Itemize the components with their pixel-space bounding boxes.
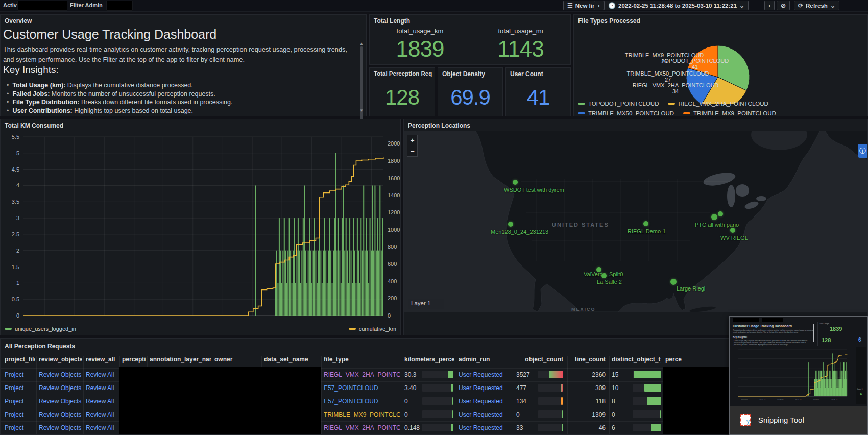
cell-review_all[interactable]: Review All: [86, 411, 118, 418]
object-gauge-fill: [561, 384, 563, 392]
svg-text:TOPODOT_POINTCLOUD: TOPODOT_POINTCLOUD: [661, 58, 729, 64]
map-zoom-out-button[interactable]: −: [407, 146, 418, 157]
column-header-owner[interactable]: owner: [214, 356, 260, 363]
timeseries-legend-item[interactable]: cumulative_km: [349, 326, 396, 332]
svg-text:2023-05: 2023-05: [777, 399, 784, 401]
svg-text:RIEGL_VMX_2HA_POINTCLOUD: RIEGL_VMX_2HA_POINTCLOUD: [633, 82, 719, 88]
map-geo-label: MEXICO: [571, 307, 596, 312]
file-types-panel: File Types Processed TOPODOT_POINTCLOUD4…: [573, 14, 868, 116]
km-gauge-track: [422, 384, 453, 392]
map-marker-dot[interactable]: [670, 279, 677, 285]
cell-project_file[interactable]: Project: [5, 398, 35, 405]
column-header-perception[interactable]: perception: [122, 356, 146, 363]
svg-text:2022-08: 2022-08: [64, 319, 85, 320]
snip-thumbnail[interactable]: Customer Usage Tracking Dashboard This d…: [730, 317, 867, 406]
map-marker-label: WV RIEGL: [720, 235, 748, 241]
map-marker-label: WSDOT test with dyrem: [504, 187, 564, 193]
column-header-distinct_object_type[interactable]: distinct_object_type: [612, 356, 661, 363]
redacted-region: [119, 367, 321, 434]
snip-notification-bar[interactable]: ✂ Snipping Tool: [730, 406, 867, 434]
column-header-file_type[interactable]: file_type: [324, 356, 400, 363]
cell-review_objects[interactable]: Review Objects: [39, 424, 82, 431]
cell-review_objects[interactable]: Review Objects: [39, 371, 82, 378]
zoom-out-button[interactable]: ⊘: [777, 1, 790, 10]
object-density-panel: Object Density 69.9: [438, 67, 503, 116]
map-marker-dot[interactable]: [643, 221, 648, 226]
pie-legend-item[interactable]: TRIMBLE_MX9_POINTCLOUD: [683, 109, 776, 117]
cell-project_file[interactable]: Project: [5, 371, 35, 378]
cell-project_file[interactable]: Project: [5, 424, 35, 431]
map-marker-dot[interactable]: [730, 228, 735, 233]
km-gauge-fill: [452, 410, 453, 418]
column-header-project_file[interactable]: project_file: [5, 356, 35, 363]
cell-review_all[interactable]: Review All: [86, 371, 118, 378]
svg-text:2: 2: [16, 248, 19, 254]
scroll-down-icon[interactable]: ▼: [359, 108, 364, 113]
pie-legend-item[interactable]: TOPODOT_POINTCLOUD: [578, 100, 659, 108]
svg-text:2022-05: 2022-05: [741, 399, 748, 401]
thumb-total-length-label: Total Length: [819, 323, 829, 325]
time-range-button[interactable]: 🕑 2022-02-25 11:28:48 to 2025-03-10 11:2…: [604, 1, 749, 10]
timeseries-chart[interactable]: 00.511.522.533.544.555.50200400600800100…: [1, 131, 400, 320]
map-marker-dot[interactable]: [601, 273, 607, 278]
svg-text:1200: 1200: [388, 209, 400, 215]
cell-admin_run[interactable]: User Requested: [459, 424, 512, 431]
cell-project_file[interactable]: Project: [5, 411, 35, 418]
map-marker-dot[interactable]: [513, 180, 518, 185]
pie-legend-item[interactable]: TRIMBLE_MX50_POINTCLOUD: [578, 109, 674, 117]
column-header-data_set_name[interactable]: data_set_name: [264, 356, 320, 363]
snip-app-name: Snipping Tool: [758, 416, 804, 424]
map-marker-dot[interactable]: [711, 214, 717, 220]
svg-text:400: 400: [388, 278, 397, 284]
object-gauge-fill: [562, 410, 563, 418]
column-header-admin_run[interactable]: admin_run: [459, 356, 512, 363]
cell-review_all[interactable]: Review All: [86, 424, 118, 431]
timeseries-legend-left: unique_users_logged_in: [5, 323, 76, 332]
map-title: Perception Locations: [408, 122, 470, 129]
cell-project_file[interactable]: Project: [5, 384, 35, 392]
distinct-gauge-fill: [647, 397, 661, 405]
pie-chart[interactable]: TOPODOT_POINTCLOUD41RIEGL_VMX_2HA_POINTC…: [574, 22, 867, 104]
refresh-button[interactable]: ⟳ Refresh ⌄: [794, 1, 839, 10]
column-header-object_count[interactable]: object_count: [516, 356, 563, 363]
active-input[interactable]: [17, 1, 67, 11]
column-header-review_all[interactable]: review_all: [86, 356, 118, 363]
map-marker-dot[interactable]: [508, 222, 513, 227]
cell-admin_run[interactable]: User Requested: [459, 411, 512, 418]
legend-color-dash: [578, 112, 585, 114]
thumb-title: Customer Usage Tracking Dashboard: [733, 324, 819, 328]
object-gauge-track: [538, 424, 563, 431]
time-forward-button[interactable]: ›: [764, 1, 775, 10]
cell-review_all[interactable]: Review All: [86, 384, 118, 392]
cell-admin_run[interactable]: User Requested: [459, 384, 512, 392]
column-header-perce[interactable]: perce: [665, 356, 686, 363]
map-zoom-in-button[interactable]: +: [407, 135, 418, 146]
svg-text:41: 41: [692, 64, 698, 70]
snipping-tool-popup[interactable]: Customer Usage Tracking Dashboard This d…: [729, 316, 868, 435]
column-header-review_objects[interactable]: review_objects: [39, 356, 82, 363]
svg-text:2022-11: 2022-11: [94, 319, 115, 320]
filter-admin-input[interactable]: [106, 1, 133, 11]
map-marker-dot[interactable]: [718, 211, 723, 216]
time-back-button[interactable]: ‹: [594, 1, 604, 10]
cell-distinct_object_type: 15: [612, 371, 627, 378]
column-header-kilometers_perceive[interactable]: kilometers_perceive: [404, 356, 454, 363]
chevron-down-icon: ⌄: [830, 3, 835, 9]
column-header-annotation_layer_name[interactable]: annotation_layer_name: [150, 356, 211, 363]
svg-text:2.5: 2.5: [12, 231, 19, 237]
map-attribution-button[interactable]: ⓘ: [858, 144, 867, 158]
svg-text:2023-11: 2023-11: [795, 399, 802, 401]
cell-review_objects[interactable]: Review Objects: [39, 398, 82, 405]
cell-admin_run[interactable]: User Requested: [459, 398, 512, 405]
pie-legend-item[interactable]: RIEGL_VMX_2HA_POINTCLOUD: [668, 100, 768, 108]
timeseries-legend-item[interactable]: unique_users_logged_in: [5, 326, 76, 332]
svg-text:5.5: 5.5: [12, 134, 19, 140]
stat-label-km: total_usage_km: [370, 27, 470, 35]
scroll-up-icon[interactable]: ▲: [359, 41, 364, 46]
cell-review_objects[interactable]: Review Objects: [39, 384, 82, 392]
map-canvas[interactable]: UNITED STATESMEXICOWSDOT test with dyrem…: [404, 131, 867, 312]
cell-review_all[interactable]: Review All: [86, 398, 118, 405]
cell-review_objects[interactable]: Review Objects: [39, 411, 82, 418]
column-header-line_count[interactable]: line_count: [570, 356, 606, 363]
cell-admin_run[interactable]: User Requested: [459, 371, 512, 378]
